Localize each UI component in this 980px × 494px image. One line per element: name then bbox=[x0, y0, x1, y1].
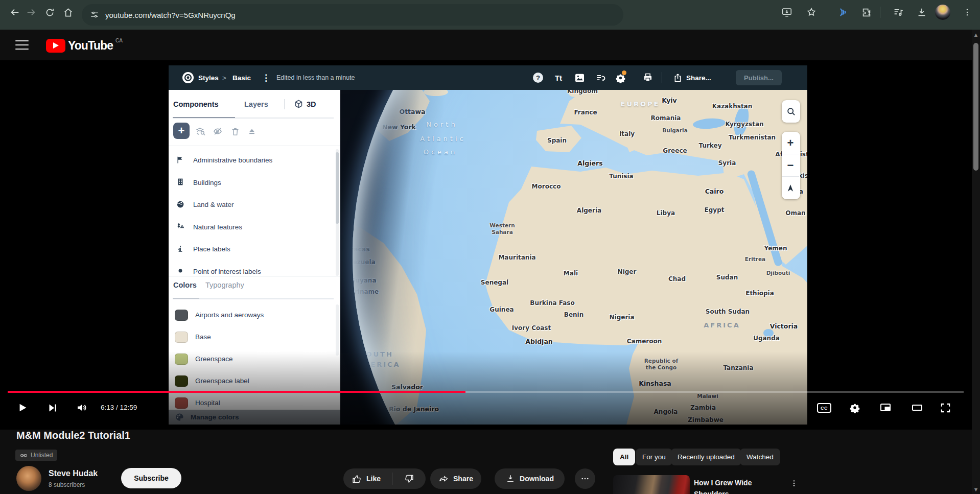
related-video-kebab-icon[interactable] bbox=[790, 479, 798, 487]
components-scroll-thumb[interactable] bbox=[336, 152, 339, 224]
player-bottom-gradient bbox=[169, 351, 807, 425]
extensions-icon[interactable] bbox=[860, 6, 873, 19]
compass-button[interactable] bbox=[782, 177, 799, 199]
eject-icon[interactable] bbox=[246, 126, 258, 137]
tab-colors[interactable]: Colors bbox=[173, 281, 197, 289]
home-icon[interactable] bbox=[61, 6, 75, 19]
next-button[interactable] bbox=[45, 401, 60, 415]
component-row[interactable]: Land & water bbox=[169, 194, 340, 216]
zoom-out-button[interactable]: − bbox=[782, 154, 799, 177]
theater-mode-button[interactable] bbox=[910, 401, 924, 415]
color-swatch[interactable] bbox=[175, 310, 188, 321]
image-icon[interactable] bbox=[574, 72, 585, 83]
browser-menu-icon[interactable] bbox=[961, 6, 974, 19]
audio-playing-icon[interactable] bbox=[836, 6, 850, 19]
download-button[interactable]: Download bbox=[495, 468, 565, 489]
component-label: Point of interest labels bbox=[193, 268, 261, 275]
video-player[interactable]: NorthAtlanticOceanEUROPEAFRICASOUTHAMERI… bbox=[0, 60, 980, 430]
share-button-below[interactable]: Share bbox=[430, 468, 481, 489]
media-controls-icon[interactable] bbox=[892, 6, 905, 19]
play-button[interactable] bbox=[16, 401, 30, 415]
filter-chip-all[interactable]: All bbox=[613, 449, 635, 465]
volume-button[interactable] bbox=[75, 401, 89, 415]
tab-divider bbox=[284, 99, 285, 109]
youtube-wordmark: YouTube bbox=[68, 39, 113, 53]
scrollbar-up-arrow[interactable]: ▲ bbox=[973, 32, 979, 38]
typography-icon[interactable]: Tt bbox=[553, 72, 564, 83]
filter-chip-for-you[interactable]: For you bbox=[636, 449, 672, 465]
more-dots-icon bbox=[580, 474, 590, 483]
add-component-button[interactable]: + bbox=[173, 123, 190, 139]
like-label: Like bbox=[366, 475, 381, 483]
component-row[interactable]: Place labels bbox=[169, 238, 340, 261]
downloads-icon[interactable] bbox=[915, 6, 928, 19]
swatch-row[interactable]: Base bbox=[169, 326, 340, 348]
subscribe-button[interactable]: Subscribe bbox=[121, 468, 181, 488]
publish-button[interactable]: Publish... bbox=[736, 70, 782, 85]
map-search-button[interactable] bbox=[782, 100, 800, 123]
colors-scroll-thumb[interactable] bbox=[336, 304, 339, 356]
share-button[interactable]: Share... bbox=[686, 65, 711, 90]
tab-underline-track bbox=[173, 117, 334, 119]
tab-components[interactable]: Components bbox=[173, 100, 219, 108]
guide-menu-icon[interactable] bbox=[15, 39, 29, 51]
tab-typography[interactable]: Typography bbox=[205, 281, 244, 289]
hide-eye-off-icon[interactable] bbox=[212, 126, 223, 137]
address-bar[interactable]: youtube.com/watch?v=5GxNRuycnQg bbox=[82, 4, 623, 26]
install-icon[interactable] bbox=[780, 6, 794, 19]
filter-chip-watched[interactable]: Watched bbox=[740, 449, 780, 465]
editor-logo-icon[interactable] bbox=[182, 72, 194, 83]
progress-bar[interactable] bbox=[8, 391, 964, 393]
dislike-button[interactable] bbox=[396, 474, 414, 484]
settings-button[interactable] bbox=[848, 401, 862, 415]
share-icon[interactable] bbox=[672, 72, 683, 83]
component-label: Buildings bbox=[193, 179, 221, 186]
delete-trash-icon[interactable] bbox=[229, 126, 241, 137]
colors-underline-track bbox=[173, 298, 334, 299]
toolbar-divider bbox=[880, 7, 880, 18]
tab-layers[interactable]: Layers bbox=[244, 100, 268, 108]
help-icon[interactable]: ? bbox=[532, 72, 544, 83]
list-history-icon[interactable] bbox=[595, 72, 606, 83]
component-label: Administrative boundaries bbox=[193, 156, 272, 164]
subtitles-button[interactable]: CC bbox=[817, 403, 831, 413]
component-label: Land & water bbox=[193, 201, 234, 208]
component-row[interactable]: Buildings bbox=[169, 172, 340, 194]
breadcrumb-basic[interactable]: Basic bbox=[232, 65, 251, 90]
color-swatch[interactable] bbox=[175, 332, 188, 343]
video-title: M&M Module2 Tutorial1 bbox=[16, 430, 130, 441]
miniplayer-button[interactable] bbox=[878, 401, 893, 415]
forward-icon[interactable] bbox=[25, 6, 38, 19]
related-video-title[interactable]: How I Grew Wide Shoulders... FAST bbox=[694, 477, 784, 494]
browser-profile-avatar[interactable] bbox=[935, 5, 950, 20]
filter-chip-recently-uploaded[interactable]: Recently uploaded bbox=[671, 449, 741, 465]
more-actions-button[interactable] bbox=[575, 468, 595, 489]
channel-avatar[interactable] bbox=[16, 466, 41, 491]
site-settings-icon[interactable] bbox=[90, 10, 99, 19]
like-button[interactable]: Like bbox=[343, 474, 381, 484]
scrollbar-thumb[interactable] bbox=[973, 43, 978, 171]
component-row[interactable]: Natural features bbox=[169, 216, 340, 239]
channel-name[interactable]: Steve Hudak bbox=[49, 469, 98, 478]
fullscreen-button[interactable] bbox=[938, 401, 952, 415]
view-3d-toggle[interactable]: 3D bbox=[294, 99, 316, 109]
thumbs-down-icon bbox=[404, 474, 414, 484]
component-row[interactable]: Point of interest labels bbox=[169, 261, 340, 276]
back-icon[interactable] bbox=[8, 6, 21, 19]
component-row[interactable]: Administrative boundaries bbox=[169, 149, 340, 172]
zoom-in-button[interactable]: + bbox=[782, 132, 799, 154]
bookmark-star-icon[interactable] bbox=[805, 6, 818, 19]
related-video-thumbnail[interactable] bbox=[613, 475, 690, 494]
scrollbar-down-arrow[interactable]: ▼ bbox=[973, 486, 979, 492]
swatch-row[interactable]: Airports and aeroways bbox=[169, 304, 340, 326]
reload-icon[interactable] bbox=[43, 6, 56, 19]
breadcrumb-styles[interactable]: Styles bbox=[198, 65, 219, 90]
dot-icon bbox=[176, 266, 186, 276]
youtube-logo[interactable]: YouTube CA bbox=[46, 39, 123, 53]
component-label: Place labels bbox=[193, 245, 230, 253]
thumbs-up-icon bbox=[352, 474, 362, 484]
style-settings-gear-icon[interactable] bbox=[615, 72, 626, 83]
inspect-layers-icon[interactable] bbox=[195, 126, 206, 137]
print-icon[interactable] bbox=[642, 72, 654, 83]
style-options-kebab-icon[interactable]: ⋮ bbox=[262, 65, 270, 90]
